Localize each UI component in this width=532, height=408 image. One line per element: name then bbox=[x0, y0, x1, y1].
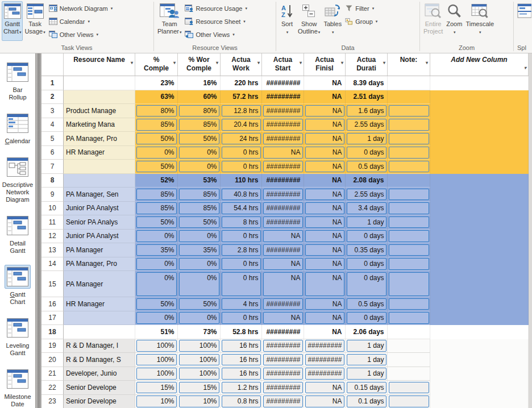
row-number[interactable]: 16 bbox=[41, 297, 64, 311]
actual-finish-cell[interactable]: NA bbox=[304, 230, 346, 244]
actual-duration-header[interactable]: Actua Durati ▾ bbox=[346, 53, 388, 76]
actual-work-cell[interactable]: 20.4 hrs bbox=[221, 118, 262, 132]
row-number[interactable]: 22 bbox=[41, 381, 64, 395]
notes-cell[interactable] bbox=[388, 311, 430, 326]
actual-work-cell[interactable]: 4 hrs bbox=[221, 297, 262, 311]
filter-arrow-icon[interactable]: ▾ bbox=[216, 59, 218, 67]
filter-arrow-icon[interactable]: ▾ bbox=[131, 59, 133, 67]
pct-complete-cell[interactable]: 10% bbox=[135, 395, 178, 408]
resource-name-cell[interactable]: PA Manager bbox=[64, 271, 135, 297]
pct-work-complete-cell[interactable]: 85% bbox=[178, 118, 221, 132]
row-number[interactable]: 15 bbox=[41, 271, 64, 297]
actual-work-cell[interactable]: 52.8 hrs bbox=[221, 325, 262, 339]
resource-name-cell[interactable]: Marketing Mana bbox=[64, 118, 135, 132]
filter-arrow-icon[interactable]: ▾ bbox=[341, 59, 343, 67]
pct-work-complete-cell[interactable]: 100% bbox=[178, 353, 221, 367]
resource-name-cell[interactable]: PA Manager, Pro bbox=[64, 132, 135, 146]
zoom-button[interactable]: Zoom▾ bbox=[444, 1, 464, 41]
actual-duration-cell[interactable]: 0 days bbox=[346, 230, 388, 244]
actual-start-cell[interactable]: ######### bbox=[262, 90, 304, 105]
notes-cell[interactable] bbox=[388, 188, 430, 202]
task-usage-button[interactable]: TaskUsage▾ bbox=[23, 1, 47, 41]
filter-arrow-icon[interactable]: ▾ bbox=[383, 59, 385, 67]
pct-work-complete-cell[interactable]: 50% bbox=[178, 297, 221, 311]
add-new-column-cell[interactable] bbox=[430, 297, 529, 311]
tables-button[interactable]: Tables▾ bbox=[322, 1, 343, 41]
actual-finish-cell[interactable]: ######### bbox=[304, 339, 346, 353]
pct-work-complete-cell[interactable]: 100% bbox=[178, 339, 221, 353]
actual-work-cell[interactable]: 0 hrs bbox=[221, 160, 262, 174]
add-new-column-cell[interactable] bbox=[430, 367, 529, 381]
pct-complete-cell[interactable]: 50% bbox=[135, 297, 178, 311]
split-view-button[interactable] bbox=[516, 1, 531, 41]
pct-work-complete-cell[interactable]: 53% bbox=[178, 174, 221, 188]
actual-finish-cell[interactable]: NA bbox=[304, 297, 346, 311]
pct-work-complete-cell[interactable]: 50% bbox=[178, 132, 221, 146]
pct-complete-cell[interactable]: 80% bbox=[135, 104, 178, 118]
pct-complete-cell[interactable]: 51% bbox=[135, 325, 178, 339]
row-number[interactable]: 9 bbox=[41, 188, 64, 202]
resource-name-cell[interactable]: Junior PA Analyst bbox=[64, 202, 135, 216]
resource-name-cell[interactable] bbox=[64, 325, 135, 339]
pane-splitter[interactable] bbox=[35, 53, 41, 408]
pct-work-complete-cell[interactable]: 60% bbox=[178, 90, 221, 105]
add-new-column-cell[interactable] bbox=[430, 104, 529, 118]
pct-work-complete-cell[interactable]: 50% bbox=[178, 215, 221, 230]
row-number[interactable]: 2 bbox=[41, 90, 64, 105]
pct-work-complete-cell[interactable]: 35% bbox=[178, 243, 221, 257]
row-number[interactable]: 17 bbox=[41, 311, 64, 326]
row-number[interactable]: 11 bbox=[41, 215, 64, 230]
add-new-column-cell[interactable] bbox=[430, 381, 529, 395]
row-number[interactable]: 18 bbox=[41, 325, 64, 339]
notes-cell[interactable] bbox=[388, 325, 430, 339]
add-new-column-cell[interactable] bbox=[430, 76, 529, 90]
actual-work-cell[interactable]: 8 hrs bbox=[221, 215, 262, 230]
actual-work-cell[interactable]: 12.8 hrs bbox=[221, 104, 262, 118]
pct-work-complete-cell[interactable]: 100% bbox=[178, 367, 221, 381]
add-new-column-cell[interactable] bbox=[430, 243, 529, 257]
sidebar-item-milestone-date-rollup[interactable]: MilestoneDateRollup bbox=[4, 367, 31, 408]
row-number-header[interactable] bbox=[41, 53, 64, 76]
pct-complete-cell[interactable]: 85% bbox=[135, 202, 178, 216]
actual-work-cell[interactable]: 0 hrs bbox=[221, 311, 262, 326]
add-new-column-cell[interactable] bbox=[430, 174, 529, 188]
actual-duration-cell[interactable]: 2.08 days bbox=[346, 174, 388, 188]
filter-arrow-icon[interactable]: ▾ bbox=[426, 59, 428, 67]
pct-complete-cell[interactable]: 85% bbox=[135, 188, 178, 202]
actual-duration-cell[interactable]: 0 days bbox=[346, 146, 388, 160]
actual-duration-cell[interactable]: 8.39 days bbox=[346, 76, 388, 90]
notes-cell[interactable] bbox=[388, 395, 430, 408]
actual-start-cell[interactable]: ######### bbox=[262, 353, 304, 367]
resource-name-cell[interactable]: PA Manager, Sen bbox=[64, 188, 135, 202]
actual-duration-cell[interactable]: 1 day bbox=[346, 215, 388, 230]
actual-duration-cell[interactable]: 0.1 days bbox=[346, 395, 388, 408]
actual-work-header[interactable]: Actua Work ▾ bbox=[221, 53, 262, 76]
row-number[interactable]: 6 bbox=[41, 146, 64, 160]
gantt-chart-button[interactable]: GanttChart▾ bbox=[2, 1, 23, 41]
pct-work-complete-cell[interactable]: 16% bbox=[178, 76, 221, 90]
pct-work-complete-cell[interactable]: 15% bbox=[178, 381, 221, 395]
actual-finish-cell[interactable]: NA bbox=[304, 311, 346, 326]
resource-name-cell[interactable]: R & D Manager, S bbox=[64, 353, 135, 367]
pct-complete-cell[interactable]: 85% bbox=[135, 118, 178, 132]
filter-arrow-icon[interactable]: ▾ bbox=[173, 59, 176, 67]
network-diagram-button[interactable]: Network Diagram▾ bbox=[47, 2, 114, 15]
notes-cell[interactable] bbox=[388, 381, 430, 395]
actual-duration-cell[interactable]: 0.5 days bbox=[346, 160, 388, 174]
actual-start-cell[interactable]: NA bbox=[262, 311, 304, 326]
other-views-resource-button[interactable]: Other Views▾ bbox=[183, 28, 248, 41]
pct-complete-cell[interactable]: 100% bbox=[135, 339, 178, 353]
row-number[interactable]: 19 bbox=[41, 339, 64, 353]
add-new-column-cell[interactable] bbox=[430, 271, 529, 297]
row-number[interactable]: 12 bbox=[41, 230, 64, 244]
notes-cell[interactable] bbox=[388, 104, 430, 118]
actual-work-cell[interactable]: 0 hrs bbox=[221, 271, 262, 297]
actual-start-cell[interactable]: ######### bbox=[262, 381, 304, 395]
pct-work-complete-cell[interactable]: 0% bbox=[178, 271, 221, 297]
add-new-column-cell[interactable] bbox=[430, 311, 529, 326]
notes-cell[interactable] bbox=[388, 367, 430, 381]
pct-complete-cell[interactable]: 0% bbox=[135, 311, 178, 326]
resource-name-cell[interactable]: Senior Develope bbox=[64, 381, 135, 395]
resource-name-cell[interactable]: R & D Manager, I bbox=[64, 339, 135, 353]
resource-sheet-button[interactable]: Resource Sheet▾ bbox=[183, 15, 248, 28]
